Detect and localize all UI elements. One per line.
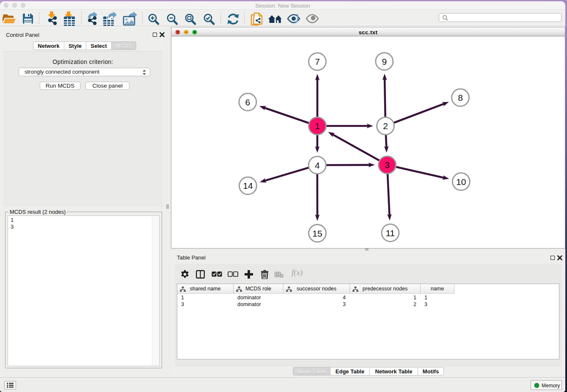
svg-text:4: 4	[315, 160, 320, 170]
svg-text:7: 7	[315, 57, 320, 66]
svg-text:8: 8	[458, 93, 463, 102]
svg-text:3: 3	[385, 160, 390, 170]
svg-text:1: 1	[315, 121, 320, 131]
svg-text:6: 6	[245, 97, 250, 107]
svg-text:9: 9	[382, 57, 387, 66]
svg-text:15: 15	[312, 229, 322, 238]
svg-text:11: 11	[385, 228, 395, 238]
svg-text:10: 10	[456, 177, 466, 187]
svg-text:2: 2	[383, 121, 388, 131]
svg-text:14: 14	[243, 181, 253, 190]
